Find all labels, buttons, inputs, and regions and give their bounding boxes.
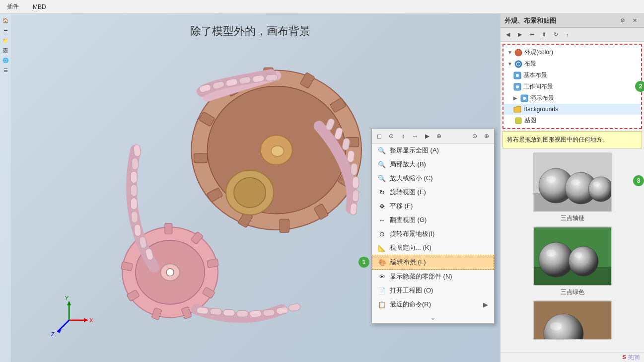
editscene-icon: 🎨: [378, 258, 386, 266]
menu-flip[interactable]: ↔ 翻查视图 (G): [372, 213, 494, 227]
menu-rotate[interactable]: ↻ 旋转视图 (E): [372, 185, 494, 199]
zoomin-icon: 🔍: [378, 174, 386, 182]
thumb-item-3[interactable]: [502, 300, 642, 340]
thumb-label-green: 三点绿色: [561, 288, 584, 296]
tree-item-workspace[interactable]: 工作间布景: [503, 81, 641, 92]
ctx-icon-zoom[interactable]: ⊕: [433, 131, 444, 142]
rp-left-icon[interactable]: ⬅: [526, 29, 537, 40]
ctx-icon-select[interactable]: ◻: [374, 131, 385, 142]
demo-scene-icon: [520, 94, 528, 102]
right-panel-title: 外观、布景和贴图: [504, 16, 556, 25]
svg-rect-54: [352, 176, 359, 188]
context-menu-toolbar: ◻ ⊙ ↕ ↔ ▶ ⊕ ⊙ ⊕: [372, 129, 494, 144]
svg-rect-37: [131, 171, 138, 183]
rp-forward-icon[interactable]: ▶: [514, 29, 525, 40]
thumbnails-container: 3: [501, 150, 644, 346]
right-panel: 外观、布景和贴图 ⚙ ✕ ◀ ▶ ⬅ ⬆ ↻ ↑ 2 ▼: [500, 14, 644, 362]
scene-tree-panel: 2 ▼ 外观(color) ▼ 布景: [502, 44, 642, 129]
svg-point-87: [588, 177, 612, 202]
badge-2: 2: [635, 81, 644, 92]
main-layout: 🏠 ☰ 📁 🖼 🌐 ☰ 除了模型外的，画布背景: [0, 14, 644, 362]
svg-marker-66: [67, 301, 72, 305]
rp-upload-icon[interactable]: ⬆: [538, 29, 549, 40]
svg-rect-44: [197, 307, 209, 314]
thumb-img-green: [533, 226, 612, 286]
menu-showhidden[interactable]: 👁 显示隐藏的零部件 (N): [372, 270, 494, 284]
rotatefloor-icon: ⊙: [378, 230, 386, 238]
menu-fullscreen[interactable]: 🔍 整屏显示全图 (A): [372, 144, 494, 157]
thumb-item-chain[interactable]: 三点轴链: [502, 152, 642, 222]
ctx-icon-extra1[interactable]: ⊙: [469, 131, 480, 142]
svg-rect-48: [250, 310, 262, 317]
svg-rect-53: [352, 190, 359, 202]
svg-point-77: [516, 85, 519, 88]
localzoom-icon: 🔍: [378, 160, 386, 168]
rp-close-icon[interactable]: ✕: [629, 15, 640, 26]
right-panel-header: 外观、布景和贴图 ⚙ ✕: [501, 14, 644, 28]
menu-localzoom[interactable]: 🔍 局部放大 (B): [372, 157, 494, 171]
menu-vieworient[interactable]: 📐 视图定向... (K): [372, 241, 494, 255]
tree-item-appearance[interactable]: ▼ 外观(color): [503, 47, 641, 58]
svg-rect-40: [131, 211, 138, 223]
fullscreen-icon: 🔍: [378, 146, 386, 154]
viewport[interactable]: 🏠 ☰ 📁 🖼 🌐 ☰ 除了模型外的，画布背景: [0, 14, 500, 362]
svg-point-96: [574, 252, 582, 258]
menu-editscene[interactable]: 🎨 编辑布景 (L) 1: [372, 255, 494, 270]
tree-item-backgrounds[interactable]: Backgrounds: [503, 104, 641, 115]
ctx-icon-extra2[interactable]: ⊕: [481, 131, 492, 142]
tree-item-basic[interactable]: 基本布景: [503, 70, 641, 81]
menu-recentcmds[interactable]: 📋 最近的命令(R) ▶: [372, 297, 494, 311]
ctx-icon-cursor[interactable]: ▶: [422, 131, 432, 142]
menu-opendrawing[interactable]: 📄 打开工程图 (O): [372, 284, 494, 297]
context-menu-more[interactable]: ⌄: [372, 311, 494, 323]
viewport-left-icons: 🏠 ☰ 📁 🖼 🌐 ☰: [0, 14, 11, 362]
tree-item-decals[interactable]: 贴图: [503, 115, 641, 126]
thumb-label-chain: 三点轴链: [561, 214, 584, 222]
thumb-item-green[interactable]: 三点绿色: [502, 226, 642, 296]
submenu-arrow: ▶: [483, 301, 488, 308]
vp-list-icon[interactable]: ☰: [1, 66, 10, 74]
rp-scroll-area[interactable]: 2 ▼ 外观(color) ▼ 布景: [501, 42, 644, 352]
opendrawing-icon: 📄: [378, 287, 386, 294]
decals-icon: [514, 117, 522, 125]
rp-back-icon[interactable]: ◀: [502, 29, 513, 40]
menu-rotatefloor[interactable]: ⊙ 旋转布景地板(I): [372, 227, 494, 241]
rp-refresh-icon[interactable]: ↻: [550, 29, 561, 40]
vp-photo-icon[interactable]: 🖼: [1, 46, 10, 55]
tree-item-demo[interactable]: ▶ 演示布景: [503, 92, 641, 104]
svg-rect-20: [165, 223, 172, 234]
badge-1: 1: [358, 257, 369, 268]
ctx-icon-move[interactable]: ↔: [410, 131, 421, 142]
backgrounds-folder-icon: [513, 105, 521, 113]
rp-settings-icon[interactable]: ⚙: [617, 15, 628, 26]
svg-point-72: [515, 61, 522, 68]
svg-rect-46: [223, 309, 235, 316]
svg-rect-41: [134, 224, 142, 237]
svg-point-90: [593, 182, 600, 187]
workspace-scene-icon: [513, 83, 521, 91]
rp-up-icon[interactable]: ↑: [562, 29, 573, 40]
svg-rect-51: [288, 303, 300, 312]
ctx-icon-circle[interactable]: ⊙: [386, 131, 397, 142]
svg-point-95: [546, 250, 556, 257]
pan-icon: ✥: [378, 202, 386, 210]
flip-icon: ↔: [378, 216, 386, 224]
menu-pan[interactable]: ✥ 平移 (F): [372, 199, 494, 213]
recentcmds-icon: 📋: [378, 300, 386, 308]
ctx-icon-arrow[interactable]: ↕: [398, 131, 409, 142]
menu-plugin[interactable]: 插件: [4, 1, 22, 12]
tree-item-scene[interactable]: ▼ 布景: [503, 58, 641, 70]
vp-globe-icon[interactable]: 🌐: [1, 56, 10, 65]
watermark: S 英∫简: [501, 352, 644, 362]
svg-point-93: [539, 242, 573, 277]
showhidden-icon: 👁: [378, 273, 386, 281]
menu-mbd[interactable]: MBD: [30, 2, 49, 11]
svg-rect-10: [280, 219, 289, 232]
svg-rect-45: [210, 308, 222, 315]
thumb-img-3: [533, 300, 612, 340]
svg-rect-22: [207, 259, 219, 268]
menu-zoomin[interactable]: 🔍 放大或缩小 (C): [372, 171, 494, 185]
svg-rect-55: [351, 163, 358, 175]
svg-point-75: [516, 74, 519, 77]
svg-rect-52: [350, 203, 358, 216]
